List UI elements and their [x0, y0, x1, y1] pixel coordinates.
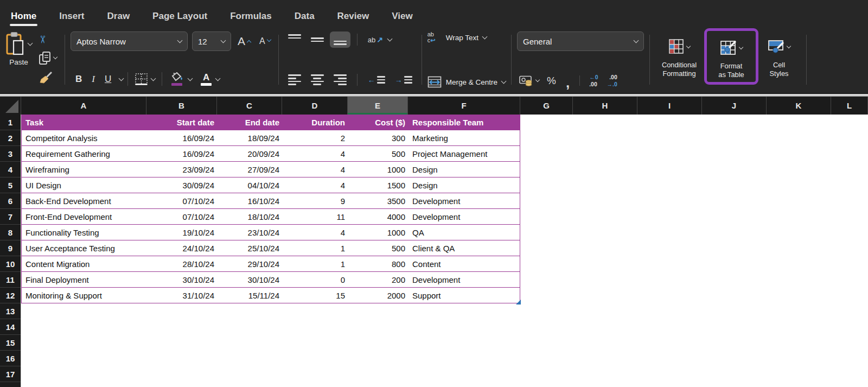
orientation-button[interactable]: ab ↗ — [364, 33, 395, 46]
table-cell[interactable]: 800 — [348, 256, 409, 271]
row-header-6[interactable]: 6 — [0, 193, 21, 209]
table-header-cell[interactable]: Cost ($) — [348, 115, 409, 130]
table-cell[interactable]: 4000 — [348, 209, 409, 224]
table-cell[interactable]: 19/10/24 — [147, 225, 218, 240]
table-cell[interactable]: 4 — [283, 146, 348, 161]
row-header-9[interactable]: 9 — [0, 240, 21, 256]
table-cell[interactable]: Development — [409, 209, 521, 224]
table-cell[interactable]: 24/10/24 — [147, 240, 218, 256]
copy-button[interactable] — [36, 49, 59, 67]
column-header-A[interactable]: A — [21, 97, 146, 115]
tab-home[interactable]: Home — [11, 11, 36, 24]
table-cell[interactable]: Client & QA — [409, 240, 521, 256]
table-header-cell[interactable]: Task — [22, 115, 147, 130]
merge-centre-button[interactable]: Merge & Centre — [427, 76, 506, 88]
table-header-cell[interactable]: Duration — [283, 115, 348, 130]
bold-button[interactable]: B — [71, 73, 87, 86]
row-header-1[interactable]: 1 — [0, 115, 21, 130]
underline-chevron[interactable] — [119, 75, 124, 81]
orientation-chevron[interactable] — [387, 36, 392, 42]
cell-styles-button[interactable]: Cell Styles — [760, 31, 799, 88]
table-cell[interactable]: 3500 — [348, 193, 409, 208]
table-cell[interactable]: 4 — [283, 225, 348, 240]
sheet-canvas[interactable]: TaskStart dateEnd dateDurationCost ($)Re… — [21, 115, 868, 387]
format-as-table-chevron[interactable] — [739, 45, 743, 49]
table-cell[interactable]: 27/09/24 — [218, 162, 283, 177]
table-resize-handle[interactable] — [516, 300, 521, 304]
table-cell[interactable]: 16/10/24 — [218, 193, 283, 208]
table-cell[interactable]: 16/09/24 — [147, 130, 218, 145]
table-cell[interactable]: Support — [409, 288, 521, 303]
column-header-I[interactable]: I — [637, 97, 702, 115]
align-top-button[interactable] — [284, 31, 305, 48]
table-cell[interactable]: User Acceptance Testing — [22, 240, 147, 256]
column-header-K[interactable]: K — [767, 97, 831, 115]
conditional-formatting-button[interactable]: Conditional Formatting — [655, 31, 703, 88]
column-header-L[interactable]: L — [831, 97, 868, 115]
increase-indent-button[interactable]: → — [391, 73, 416, 87]
tab-page-layout[interactable]: Page Layout — [152, 11, 207, 24]
row-header-13[interactable]: 13 — [0, 303, 21, 319]
row-header-17[interactable]: 17 — [0, 366, 21, 382]
table-header-cell[interactable]: Start date — [147, 115, 218, 130]
table-cell[interactable]: 4 — [283, 162, 348, 177]
table-cell[interactable]: 15/11/24 — [218, 288, 283, 303]
tab-data[interactable]: Data — [295, 11, 315, 24]
accounting-chevron[interactable] — [535, 78, 540, 82]
font-color-chevron[interactable] — [215, 75, 221, 81]
tab-insert[interactable]: Insert — [59, 11, 84, 24]
borders-chevron[interactable] — [151, 75, 156, 81]
column-header-B[interactable]: B — [146, 97, 217, 115]
table-cell[interactable]: Design — [409, 177, 521, 193]
column-header-E[interactable]: E — [348, 97, 408, 115]
table-header-cell[interactable]: End date — [218, 115, 283, 130]
percent-style-button[interactable]: % — [542, 75, 560, 87]
row-header-10[interactable]: 10 — [0, 256, 21, 272]
align-right-button[interactable] — [330, 72, 350, 88]
cut-button[interactable]: ✂ — [36, 33, 59, 46]
wrap-text-button[interactable]: ab c↩ Wrap Text — [427, 31, 506, 43]
column-header-G[interactable]: G — [520, 97, 573, 115]
table-cell[interactable]: 30/10/24 — [218, 272, 283, 287]
row-header-2[interactable]: 2 — [0, 130, 21, 146]
table-cell[interactable]: 300 — [348, 130, 409, 145]
table-cell[interactable]: 2 — [283, 130, 348, 145]
select-all-corner[interactable] — [0, 97, 21, 115]
row-header-12[interactable]: 12 — [0, 288, 21, 303]
row-header-7[interactable]: 7 — [0, 209, 21, 225]
table-cell[interactable]: 1 — [283, 256, 348, 271]
table-cell[interactable]: Marketing — [409, 130, 521, 145]
table-cell[interactable]: 11 — [283, 209, 348, 224]
align-center-button[interactable] — [307, 72, 328, 88]
table-cell[interactable]: 04/10/24 — [218, 177, 283, 193]
table-cell[interactable]: 31/10/24 — [147, 288, 218, 303]
table-cell[interactable]: Back-End Development — [22, 193, 147, 208]
font-size-select[interactable]: 12 — [192, 31, 231, 51]
wrap-text-chevron[interactable] — [482, 34, 488, 40]
table-cell[interactable]: Competitor Analysis — [22, 130, 147, 145]
merge-centre-chevron[interactable] — [501, 79, 507, 84]
table-cell[interactable]: Monitoring & Support — [22, 288, 147, 303]
table-cell[interactable]: 18/09/24 — [218, 130, 283, 145]
table-cell[interactable]: 1000 — [348, 162, 409, 177]
table-cell[interactable]: 23/10/24 — [218, 225, 283, 240]
decrease-font-size-button[interactable]: A — [257, 35, 273, 48]
fill-color-chevron[interactable] — [188, 75, 193, 81]
align-left-button[interactable] — [284, 72, 305, 88]
table-cell[interactable]: 200 — [348, 272, 409, 287]
table-cell[interactable]: UI Design — [22, 177, 147, 193]
borders-button[interactable] — [132, 71, 157, 87]
paste-dropdown-chevron[interactable] — [28, 41, 33, 46]
table-cell[interactable]: Design — [409, 162, 521, 177]
table-cell[interactable]: Development — [409, 272, 521, 287]
font-color-button[interactable]: A — [197, 71, 222, 88]
table-cell[interactable]: Front-End Development — [22, 209, 147, 224]
table-cell[interactable]: 30/09/24 — [147, 177, 218, 193]
align-bottom-button[interactable] — [330, 31, 350, 48]
format-painter-button[interactable] — [36, 69, 59, 86]
table-cell[interactable]: Final Deployment — [22, 272, 147, 287]
table-cell[interactable]: Functionality Testing — [22, 225, 147, 240]
increase-decimal-button[interactable]: ←0 .00 — [585, 74, 602, 87]
format-as-table-button[interactable]: Format as Table — [708, 33, 755, 79]
table-cell[interactable]: 500 — [348, 146, 409, 161]
